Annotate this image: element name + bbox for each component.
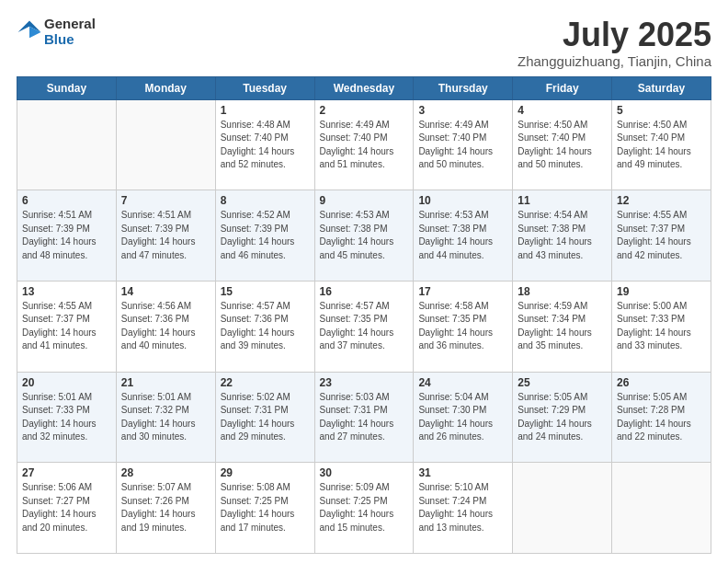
calendar-day-cell: 12Sunrise: 4:55 AM Sunset: 7:37 PM Dayli…: [612, 190, 711, 282]
calendar-weekday-header: Tuesday: [215, 76, 314, 99]
day-info: Sunrise: 5:00 AM Sunset: 7:33 PM Dayligh…: [617, 300, 706, 353]
day-number: 4: [518, 104, 607, 117]
calendar-weekday-header: Thursday: [414, 76, 513, 99]
day-number: 13: [22, 285, 111, 298]
day-number: 11: [518, 194, 607, 207]
calendar-day-cell: 11Sunrise: 4:54 AM Sunset: 7:38 PM Dayli…: [513, 190, 612, 282]
calendar-week-row: 1Sunrise: 4:48 AM Sunset: 7:40 PM Daylig…: [17, 99, 711, 190]
calendar-week-row: 20Sunrise: 5:01 AM Sunset: 7:33 PM Dayli…: [17, 372, 711, 463]
day-number: 2: [320, 104, 409, 117]
calendar-week-row: 6Sunrise: 4:51 AM Sunset: 7:39 PM Daylig…: [17, 190, 711, 282]
calendar-day-cell: 2Sunrise: 4:49 AM Sunset: 7:40 PM Daylig…: [314, 99, 414, 190]
day-number: 25: [518, 376, 607, 389]
day-info: Sunrise: 4:58 AM Sunset: 7:35 PM Dayligh…: [418, 300, 507, 353]
day-number: 3: [418, 104, 507, 117]
day-info: Sunrise: 4:56 AM Sunset: 7:36 PM Dayligh…: [121, 300, 210, 353]
calendar-weekday-header: Monday: [116, 76, 215, 99]
calendar-day-cell: 26Sunrise: 5:05 AM Sunset: 7:28 PM Dayli…: [612, 372, 711, 463]
day-number: 9: [320, 194, 409, 207]
calendar-day-cell: 14Sunrise: 4:56 AM Sunset: 7:36 PM Dayli…: [116, 281, 215, 372]
day-number: 16: [320, 285, 409, 298]
day-info: Sunrise: 5:02 AM Sunset: 7:31 PM Dayligh…: [221, 391, 310, 444]
day-info: Sunrise: 4:51 AM Sunset: 7:39 PM Dayligh…: [22, 209, 111, 262]
day-number: 15: [221, 285, 310, 298]
logo-icon: [17, 19, 42, 45]
day-info: Sunrise: 4:57 AM Sunset: 7:36 PM Dayligh…: [221, 300, 310, 353]
calendar-day-cell: 29Sunrise: 5:08 AM Sunset: 7:25 PM Dayli…: [215, 463, 314, 554]
calendar-day-cell: [17, 99, 117, 190]
title-month: July 2025: [518, 17, 711, 53]
calendar-day-cell: 25Sunrise: 5:05 AM Sunset: 7:29 PM Dayli…: [513, 372, 612, 463]
calendar-header-row: SundayMondayTuesdayWednesdayThursdayFrid…: [17, 76, 711, 99]
calendar-day-cell: 3Sunrise: 4:49 AM Sunset: 7:40 PM Daylig…: [414, 99, 513, 190]
logo-blue: Blue: [44, 32, 96, 48]
day-info: Sunrise: 4:49 AM Sunset: 7:40 PM Dayligh…: [418, 119, 507, 172]
day-number: 27: [22, 466, 111, 479]
day-info: Sunrise: 5:01 AM Sunset: 7:32 PM Dayligh…: [121, 391, 210, 444]
day-info: Sunrise: 4:57 AM Sunset: 7:35 PM Dayligh…: [320, 300, 409, 353]
calendar-day-cell: 23Sunrise: 5:03 AM Sunset: 7:31 PM Dayli…: [314, 372, 414, 463]
day-info: Sunrise: 5:06 AM Sunset: 7:27 PM Dayligh…: [22, 481, 111, 534]
day-number: 6: [22, 194, 111, 207]
calendar-day-cell: 21Sunrise: 5:01 AM Sunset: 7:32 PM Dayli…: [116, 372, 215, 463]
calendar-table: SundayMondayTuesdayWednesdayThursdayFrid…: [17, 76, 711, 554]
day-number: 1: [221, 104, 310, 117]
day-info: Sunrise: 4:48 AM Sunset: 7:40 PM Dayligh…: [221, 119, 310, 172]
day-number: 23: [320, 376, 409, 389]
day-info: Sunrise: 5:05 AM Sunset: 7:28 PM Dayligh…: [617, 391, 706, 444]
day-number: 18: [518, 285, 607, 298]
day-number: 12: [617, 194, 706, 207]
day-number: 30: [320, 466, 409, 479]
day-info: Sunrise: 4:51 AM Sunset: 7:39 PM Dayligh…: [121, 209, 210, 262]
calendar-day-cell: 17Sunrise: 4:58 AM Sunset: 7:35 PM Dayli…: [414, 281, 513, 372]
day-info: Sunrise: 4:59 AM Sunset: 7:34 PM Dayligh…: [518, 300, 607, 353]
day-number: 29: [221, 466, 310, 479]
calendar-day-cell: 13Sunrise: 4:55 AM Sunset: 7:37 PM Dayli…: [17, 281, 117, 372]
logo: General Blue: [17, 17, 96, 47]
day-info: Sunrise: 5:03 AM Sunset: 7:31 PM Dayligh…: [320, 391, 409, 444]
calendar-day-cell: 10Sunrise: 4:53 AM Sunset: 7:38 PM Dayli…: [414, 190, 513, 282]
calendar-week-row: 27Sunrise: 5:06 AM Sunset: 7:27 PM Dayli…: [17, 463, 711, 554]
calendar-weekday-header: Saturday: [612, 76, 711, 99]
day-number: 19: [617, 285, 706, 298]
logo-general: General: [44, 17, 96, 32]
day-info: Sunrise: 4:52 AM Sunset: 7:39 PM Dayligh…: [221, 209, 310, 262]
calendar-day-cell: 18Sunrise: 4:59 AM Sunset: 7:34 PM Dayli…: [513, 281, 612, 372]
day-info: Sunrise: 4:54 AM Sunset: 7:38 PM Dayligh…: [518, 209, 607, 262]
calendar-day-cell: 7Sunrise: 4:51 AM Sunset: 7:39 PM Daylig…: [116, 190, 215, 282]
day-info: Sunrise: 4:50 AM Sunset: 7:40 PM Dayligh…: [518, 119, 607, 172]
calendar-day-cell: 31Sunrise: 5:10 AM Sunset: 7:24 PM Dayli…: [414, 463, 513, 554]
title-location: Zhangguizhuang, Tianjin, China: [518, 53, 711, 69]
calendar-day-cell: [513, 463, 612, 554]
day-number: 26: [617, 376, 706, 389]
day-info: Sunrise: 4:55 AM Sunset: 7:37 PM Dayligh…: [617, 209, 706, 262]
calendar-day-cell: 27Sunrise: 5:06 AM Sunset: 7:27 PM Dayli…: [17, 463, 117, 554]
day-info: Sunrise: 4:55 AM Sunset: 7:37 PM Dayligh…: [22, 300, 111, 353]
day-number: 20: [22, 376, 111, 389]
day-info: Sunrise: 5:10 AM Sunset: 7:24 PM Dayligh…: [418, 481, 507, 534]
day-info: Sunrise: 4:53 AM Sunset: 7:38 PM Dayligh…: [320, 209, 409, 262]
calendar-weekday-header: Wednesday: [314, 76, 414, 99]
calendar-weekday-header: Friday: [513, 76, 612, 99]
day-info: Sunrise: 5:01 AM Sunset: 7:33 PM Dayligh…: [22, 391, 111, 444]
day-info: Sunrise: 5:09 AM Sunset: 7:25 PM Dayligh…: [320, 481, 409, 534]
day-number: 31: [418, 466, 507, 479]
day-info: Sunrise: 4:53 AM Sunset: 7:38 PM Dayligh…: [418, 209, 507, 262]
day-number: 22: [221, 376, 310, 389]
day-number: 7: [121, 194, 210, 207]
calendar-day-cell: 4Sunrise: 4:50 AM Sunset: 7:40 PM Daylig…: [513, 99, 612, 190]
calendar-day-cell: 15Sunrise: 4:57 AM Sunset: 7:36 PM Dayli…: [215, 281, 314, 372]
day-info: Sunrise: 5:05 AM Sunset: 7:29 PM Dayligh…: [518, 391, 607, 444]
day-number: 10: [418, 194, 507, 207]
day-info: Sunrise: 5:04 AM Sunset: 7:30 PM Dayligh…: [418, 391, 507, 444]
title-block: July 2025 Zhangguizhuang, Tianjin, China: [518, 17, 711, 69]
calendar-day-cell: 5Sunrise: 4:50 AM Sunset: 7:40 PM Daylig…: [612, 99, 711, 190]
calendar-day-cell: 8Sunrise: 4:52 AM Sunset: 7:39 PM Daylig…: [215, 190, 314, 282]
calendar-day-cell: 16Sunrise: 4:57 AM Sunset: 7:35 PM Dayli…: [314, 281, 414, 372]
logo-text: General Blue: [44, 17, 96, 47]
day-number: 21: [121, 376, 210, 389]
day-number: 17: [418, 285, 507, 298]
day-number: 8: [221, 194, 310, 207]
calendar-day-cell: 20Sunrise: 5:01 AM Sunset: 7:33 PM Dayli…: [17, 372, 117, 463]
calendar-day-cell: [116, 99, 215, 190]
